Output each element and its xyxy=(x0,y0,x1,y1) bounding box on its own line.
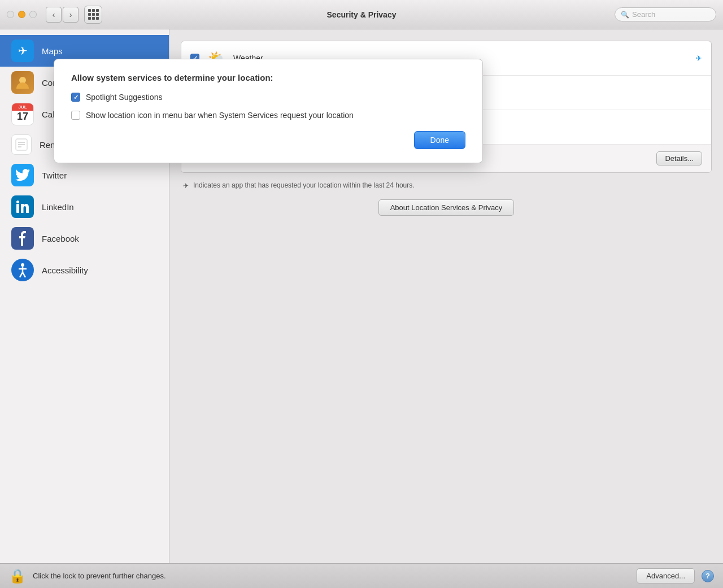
sidebar-item-facebook[interactable]: Facebook xyxy=(0,223,169,254)
maps-icon: ✈ xyxy=(11,40,34,62)
svg-point-7 xyxy=(16,201,19,203)
sidebar-label-twitter: Twitter xyxy=(42,171,67,180)
search-icon: 🔍 xyxy=(621,11,629,19)
spotlight-label: Spotlight Suggestions xyxy=(86,93,162,102)
search-box[interactable]: 🔍 Search xyxy=(615,7,716,21)
accessibility-icon xyxy=(11,259,34,281)
facebook-icon xyxy=(11,227,34,250)
spotlight-checkbox[interactable] xyxy=(71,93,80,102)
advanced-button[interactable]: Advanced... xyxy=(637,568,695,583)
forward-button[interactable]: › xyxy=(63,7,79,23)
sidebar-label-maps: Maps xyxy=(42,46,63,56)
svg-line-11 xyxy=(20,272,23,277)
apps-grid-button[interactable] xyxy=(84,6,102,24)
maximize-button[interactable] xyxy=(29,11,37,18)
location-arrow-weather: ✈ xyxy=(695,54,702,63)
location-note-icon: ✈ xyxy=(183,182,189,190)
sidebar-item-accessibility[interactable]: Accessibility xyxy=(0,254,169,286)
sidebar-item-twitter[interactable]: Twitter xyxy=(0,159,169,191)
popup-spotlight-row: Spotlight Suggestions xyxy=(71,93,465,102)
window-title: Security & Privacy xyxy=(327,10,397,19)
location-icon-checkbox[interactable] xyxy=(71,111,80,120)
svg-line-12 xyxy=(23,272,25,277)
linkedin-icon xyxy=(11,195,34,218)
reminders-icon xyxy=(11,134,32,155)
calendars-icon: JUL 17 xyxy=(11,103,34,125)
lock-icon[interactable]: 🔒 xyxy=(9,568,26,584)
svg-point-8 xyxy=(21,263,24,267)
sidebar-label-facebook: Facebook xyxy=(42,234,79,243)
titlebar: ‹ › Security & Privacy 🔍 Search xyxy=(0,0,723,29)
sidebar-label-accessibility: Accessibility xyxy=(42,265,88,275)
traffic-lights xyxy=(7,11,37,18)
popup-footer: Done xyxy=(71,131,465,149)
nav-buttons: ‹ › xyxy=(46,7,79,23)
minimize-button[interactable] xyxy=(18,11,25,18)
close-button[interactable] xyxy=(7,11,14,18)
about-location-button[interactable]: About Location Services & Privacy xyxy=(378,199,515,216)
contacts-icon xyxy=(11,71,34,94)
help-button[interactable]: ? xyxy=(702,570,714,582)
main-content: ✈ Maps Contacts JUL 17 Calendars xyxy=(0,29,723,563)
popup-title: Allow system services to determine your … xyxy=(71,73,465,82)
lock-text: Click the lock to prevent further change… xyxy=(33,572,630,580)
done-button[interactable]: Done xyxy=(414,131,465,149)
location-icon-label: Show location icon in menu bar when Syst… xyxy=(86,111,354,120)
twitter-icon xyxy=(11,164,34,186)
location-note: ✈ Indicates an app that has requested yo… xyxy=(181,181,712,190)
popup-location-icon-row: Show location icon in menu bar when Syst… xyxy=(71,111,465,120)
bottombar: 🔒 Click the lock to prevent further chan… xyxy=(0,563,723,588)
sidebar-label-linkedin: LinkedIn xyxy=(42,202,74,212)
grid-icon xyxy=(88,9,99,20)
location-note-text: Indicates an app that has requested your… xyxy=(193,181,415,190)
details-button[interactable]: Details... xyxy=(656,151,702,165)
svg-rect-6 xyxy=(16,204,19,213)
back-button[interactable]: ‹ xyxy=(46,7,62,23)
system-services-popup: Allow system services to determine your … xyxy=(54,59,483,163)
sidebar-item-linkedin[interactable]: LinkedIn xyxy=(0,191,169,223)
about-btn-container: About Location Services & Privacy xyxy=(181,199,712,216)
search-placeholder: Search xyxy=(632,10,655,19)
